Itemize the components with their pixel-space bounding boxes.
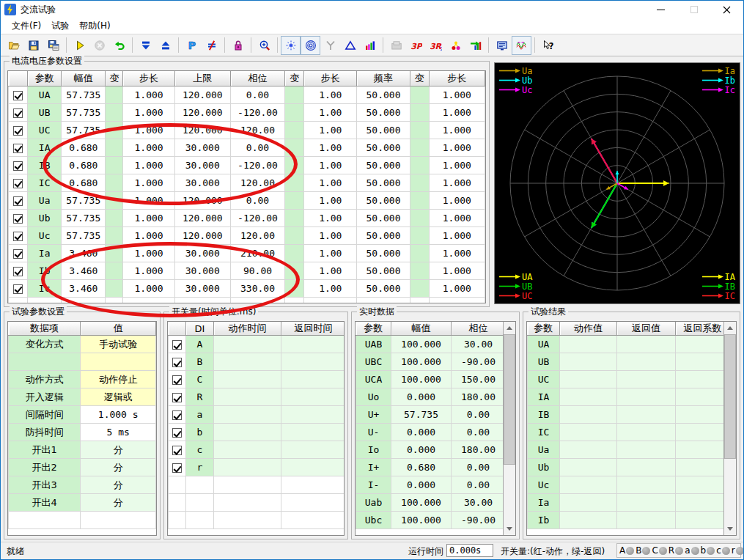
- cell-IA-amp[interactable]: 0.680: [62, 139, 106, 156]
- cell-Ib-phase[interactable]: 90.00: [230, 262, 284, 279]
- cell-Ic-phase[interactable]: 330.00: [230, 279, 284, 297]
- maximize-button[interactable]: [677, 1, 710, 18]
- toolbar-button-context-help[interactable]: ?: [538, 36, 558, 55]
- toolbar-button-chart-arrow[interactable]: [465, 36, 485, 55]
- sw-row-C-checkbox[interactable]: [172, 375, 182, 385]
- cell-UB-vary-1[interactable]: [106, 103, 123, 121]
- cell-UC-vary-8[interactable]: [410, 121, 429, 139]
- cell-IC-freq_step[interactable]: 1.000: [429, 174, 485, 191]
- toolbar-button-open-file[interactable]: [4, 36, 23, 55]
- cell-UC-freq_step[interactable]: 1.000: [429, 121, 485, 139]
- toolbar-button-start-test[interactable]: [70, 36, 89, 55]
- cell-IB-vary-8[interactable]: [410, 156, 429, 174]
- tp-value-0[interactable]: 手动试验: [81, 336, 156, 353]
- cell-Ia-vary-1[interactable]: [106, 244, 123, 262]
- cell-Ia-freq[interactable]: 50.000: [357, 244, 410, 262]
- param-row-Ib-checkbox[interactable]: [13, 267, 23, 276]
- toolbar-button-lock[interactable]: [228, 36, 248, 55]
- cell-Ib-phase_step[interactable]: 1.00: [304, 262, 357, 279]
- cell-IA-phase_step[interactable]: 1.00: [304, 139, 357, 156]
- cell-Ia-name[interactable]: Ia: [28, 244, 62, 262]
- toolbar-button-bar-levels[interactable]: [360, 36, 380, 55]
- toolbar-button-three-phase-r[interactable]: 3R2: [426, 36, 446, 55]
- menu-item-2[interactable]: 试验: [46, 18, 74, 34]
- tp-value-7[interactable]: 分: [81, 459, 156, 476]
- cell-Ic-freq[interactable]: 50.000: [357, 279, 410, 297]
- cell-UB-amp[interactable]: 57.735: [62, 103, 106, 121]
- param-row-Ua-checkbox[interactable]: [13, 196, 23, 206]
- param-row-UA-checkbox[interactable]: [13, 91, 23, 100]
- cell-UA-vary-1[interactable]: [106, 86, 123, 103]
- cell-Ua-name[interactable]: Ua: [28, 191, 62, 209]
- cell-Uc-limit[interactable]: 120.000: [174, 226, 230, 244]
- cell-UB-freq_step[interactable]: 1.000: [429, 103, 485, 121]
- cell-UB-freq[interactable]: 50.000: [357, 103, 410, 121]
- cell-UB-phase_step[interactable]: 1.00: [304, 103, 357, 121]
- cell-IC-name[interactable]: IC: [28, 174, 62, 191]
- cell-UC-vary-5[interactable]: [285, 121, 304, 139]
- cell-IA-phase[interactable]: 0.00: [230, 139, 284, 156]
- cell-IB-phase[interactable]: -120.00: [230, 156, 284, 174]
- cell-UA-name[interactable]: UA: [28, 86, 62, 103]
- cell-UC-phase_step[interactable]: 1.00: [304, 121, 357, 139]
- toolbar-button-save-report[interactable]: [43, 36, 63, 55]
- cell-UC-limit[interactable]: 120.000: [174, 121, 230, 139]
- close-button[interactable]: [710, 1, 743, 18]
- scroll-thumb[interactable]: [724, 334, 736, 459]
- cell-IC-amp[interactable]: 0.680: [62, 174, 106, 191]
- cell-IA-limit[interactable]: 30.000: [174, 139, 230, 156]
- cell-Uc-vary-5[interactable]: [285, 226, 304, 244]
- menu-item-3[interactable]: 帮助(H): [74, 18, 115, 34]
- param-row-IA-checkbox[interactable]: [13, 144, 23, 153]
- sw-row-B-checkbox[interactable]: [172, 358, 182, 367]
- cell-Ub-freq[interactable]: 50.000: [357, 209, 410, 226]
- tp-value-8[interactable]: 分: [81, 476, 156, 494]
- cell-Ib-vary-1[interactable]: [106, 262, 123, 279]
- cell-Uc-name[interactable]: Uc: [28, 226, 62, 244]
- cell-UC-freq[interactable]: 50.000: [357, 121, 410, 139]
- cell-Uc-phase[interactable]: 120.00: [230, 226, 284, 244]
- toolbar-button-waveform[interactable]: [512, 36, 531, 55]
- cell-Ua-amp_step[interactable]: 1.000: [123, 191, 174, 209]
- cell-Ic-vary-1[interactable]: [106, 279, 123, 297]
- cell-IC-amp_step[interactable]: 1.000: [123, 174, 174, 191]
- cell-Ic-name[interactable]: Ic: [28, 279, 62, 297]
- sw-row-r-checkbox[interactable]: [172, 463, 182, 473]
- cell-IC-vary-1[interactable]: [106, 174, 123, 191]
- cell-Ub-freq_step[interactable]: 1.000: [429, 209, 485, 226]
- tp-value-6[interactable]: 分: [81, 441, 156, 459]
- cell-UB-phase[interactable]: -120.00: [230, 103, 284, 121]
- scroll-up-button[interactable]: [504, 322, 515, 334]
- cell-Ub-limit[interactable]: 120.000: [174, 209, 230, 226]
- cell-Ub-phase[interactable]: -120.00: [230, 209, 284, 226]
- cell-Ub-vary-8[interactable]: [410, 209, 429, 226]
- cell-Ua-vary-5[interactable]: [285, 191, 304, 209]
- cell-IB-vary-1[interactable]: [106, 156, 123, 174]
- cell-IB-freq_step[interactable]: 1.000: [429, 156, 485, 174]
- cell-UC-name[interactable]: UC: [28, 121, 62, 139]
- minimize-button[interactable]: [644, 1, 677, 18]
- tp-value-2[interactable]: 动作停止: [81, 371, 156, 388]
- cell-Ic-freq_step[interactable]: 1.000: [429, 279, 485, 297]
- cell-UA-limit[interactable]: 120.000: [174, 86, 230, 103]
- cell-Ub-amp[interactable]: 57.735: [62, 209, 106, 226]
- cell-UA-vary-8[interactable]: [410, 86, 429, 103]
- cell-Ib-freq_step[interactable]: 1.000: [429, 262, 485, 279]
- tp-value-3[interactable]: 逻辑或: [81, 388, 156, 406]
- cell-UB-vary-8[interactable]: [410, 103, 429, 121]
- cell-UA-freq[interactable]: 50.000: [357, 86, 410, 103]
- cell-Ub-amp_step[interactable]: 1.000: [123, 209, 174, 226]
- cell-Ic-amp_step[interactable]: 1.000: [123, 279, 174, 297]
- cell-Uc-amp[interactable]: 57.735: [62, 226, 106, 244]
- cell-Ua-freq[interactable]: 50.000: [357, 191, 410, 209]
- param-row-Uc-checkbox[interactable]: [13, 232, 23, 241]
- cell-Uc-freq_step[interactable]: 1.000: [429, 226, 485, 244]
- cell-IB-name[interactable]: IB: [28, 156, 62, 174]
- results-scrollbar[interactable]: [723, 322, 736, 535]
- cell-IB-amp[interactable]: 0.680: [62, 156, 106, 174]
- toolbar-button-molecule[interactable]: [446, 36, 465, 55]
- cell-Ic-vary-8[interactable]: [410, 279, 429, 297]
- toolbar-button-step-down[interactable]: [136, 36, 155, 55]
- cell-Ic-phase_step[interactable]: 1.00: [304, 279, 357, 297]
- cell-Ic-vary-5[interactable]: [285, 279, 304, 297]
